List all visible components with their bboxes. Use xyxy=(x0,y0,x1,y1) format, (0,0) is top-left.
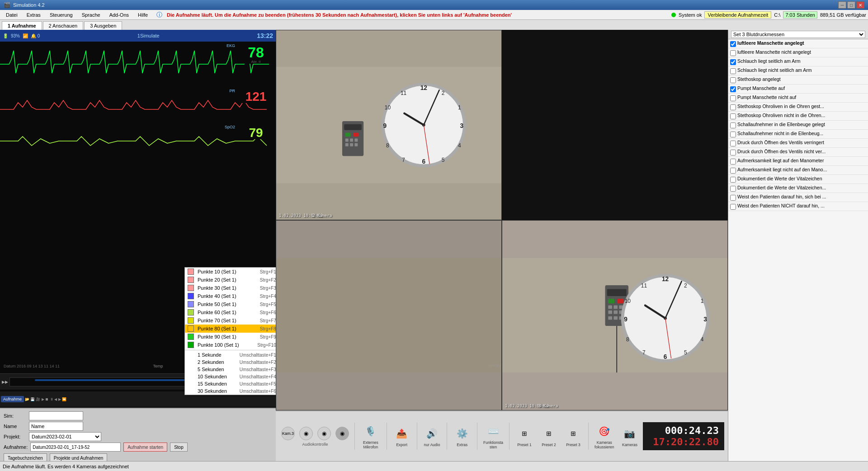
ctx-item-10[interactable]: Punkte 10 (Set 1) Strg+F1 xyxy=(185,268,276,276)
tab-ausgeben[interactable]: 3 Ausgeben xyxy=(84,21,122,30)
stop-btn[interactable]: Stop xyxy=(170,443,188,452)
checkbox-14[interactable] xyxy=(730,168,736,174)
ctx-color-70 xyxy=(188,317,194,324)
ctx-item-10sek[interactable]: 10 Sekunden Umschalttaste+F4 xyxy=(185,373,276,380)
menu-datei[interactable]: Datei xyxy=(2,11,22,19)
item-text-4: Stethoskop angelegt xyxy=(737,76,781,83)
checkbox-18[interactable] xyxy=(730,204,736,210)
ctx-color-60 xyxy=(188,309,194,316)
close-button[interactable]: ✕ xyxy=(856,1,864,9)
kameras-btn[interactable]: 📷 Kameras xyxy=(618,424,641,448)
projekte-btn[interactable]: Projekte und Aufnahmen xyxy=(50,453,108,461)
checkbox-11[interactable] xyxy=(730,141,736,146)
minimize-button[interactable]: ─ xyxy=(838,1,846,9)
sim-input[interactable] xyxy=(29,411,83,420)
svg-text:some text: some text xyxy=(488,364,501,367)
checkbox-16[interactable] xyxy=(730,186,736,192)
svg-text:1: 1 xyxy=(458,104,461,111)
set-selector[interactable]: Set 3 Blutdruckmessen xyxy=(731,31,865,38)
menu-hilfe[interactable]: Hilfe xyxy=(134,11,152,19)
checkbox-13[interactable] xyxy=(730,159,736,165)
ctx-label-90: Punkte 90 (Set 1) xyxy=(198,334,236,339)
ctx-item-5sek[interactable]: 5 Sekunden Umschalttaste+F3 xyxy=(185,366,276,373)
ctx-color-40 xyxy=(188,293,194,299)
ctx-label-30: Punkte 30 (Set 1) xyxy=(198,285,236,291)
svg-text:4: 4 xyxy=(701,336,704,343)
ctx-item-20[interactable]: Punkte 20 (Set 1) Strg+F2 xyxy=(185,276,276,284)
menu-addons[interactable]: Add-Ons xyxy=(105,11,133,19)
checkbox-8[interactable] xyxy=(730,113,736,119)
menu-sprache[interactable]: Sprache xyxy=(78,11,104,19)
preset1-btn[interactable]: ⊞ Preset 1 xyxy=(513,424,536,448)
checkbox-6[interactable] xyxy=(730,95,736,101)
preset2-btn[interactable]: ⊞ Preset 2 xyxy=(538,424,560,448)
funktionstasten-btn[interactable]: ⌨️ Funktionstasten xyxy=(481,422,505,451)
ctx-label-20: Punkte 20 (Set 1) xyxy=(198,277,236,283)
tab-aufnahme[interactable]: 1 Aufnahme xyxy=(2,21,42,30)
maximize-button[interactable]: □ xyxy=(847,1,855,9)
ecg-label: EKG xyxy=(226,43,235,48)
ctx-item-1sek[interactable]: 1 Sekunde Umschalttaste+F1 xyxy=(185,351,276,358)
checkbox-0[interactable] xyxy=(730,41,736,47)
ctx-item-100[interactable]: Punkte 100 (Set 1) Strg+F10 xyxy=(185,341,276,349)
sep6 xyxy=(509,423,509,450)
sim-name: 1Simulate xyxy=(137,33,160,38)
name-input[interactable] xyxy=(29,422,83,431)
ctx-label-50: Punkte 50 (Set 1) xyxy=(198,301,236,307)
aufnahme-starten-btn[interactable]: Aufnahme starten xyxy=(123,443,167,452)
nur-audio-btn[interactable]: 🔊 nur Audio xyxy=(420,424,443,448)
svg-text:5: 5 xyxy=(684,349,687,356)
checkbox-10[interactable] xyxy=(730,132,736,137)
ctx-item-30[interactable]: Punkte 30 (Set 1) Strg+F3 xyxy=(185,284,276,292)
status-text: Die Aufnahme läuft. Es werden 4 Kameras … xyxy=(3,464,129,469)
checkbox-17[interactable] xyxy=(730,195,736,201)
checkbox-15[interactable] xyxy=(730,177,736,183)
ctx-item-70[interactable]: Punkte 70 (Set 1) Strg+F7 xyxy=(185,316,276,325)
kameras-label: Kameras xyxy=(622,443,637,447)
checkbox-7[interactable] xyxy=(730,104,736,110)
tagebuch-btn[interactable]: Tagebuchzeichen xyxy=(4,453,47,461)
aufnahme-mini-btn[interactable]: Aufnahme xyxy=(1,396,24,402)
checkbox-4[interactable] xyxy=(730,77,736,83)
sim-label: Sim: xyxy=(4,413,26,419)
ctx-shortcut-70: Strg+F7 xyxy=(251,318,276,323)
ecg-abr: Abr. II xyxy=(238,60,274,64)
checklist-item-4: Stethoskop angelegt xyxy=(728,75,868,85)
cam-circle-2[interactable]: ◉ xyxy=(316,426,333,441)
svg-rect-40 xyxy=(613,311,618,314)
ctx-item-90[interactable]: Punkte 90 (Set 1) Strg+F9 xyxy=(185,333,276,341)
battery-icon: 🔋 xyxy=(3,33,8,38)
kameras-fokussieren-btn[interactable]: 🎯 Kameras fokussieren xyxy=(592,422,617,451)
cam3-button[interactable]: Kam.3 xyxy=(279,426,297,441)
cam-circle-3[interactable]: ◉ xyxy=(334,426,351,441)
ctx-item-80[interactable]: Punkte 80 (Set 1) Strg+F8 xyxy=(185,325,276,333)
ctx-item-60[interactable]: Punkte 60 (Set 1) Strg+F6 xyxy=(185,308,276,316)
cam-circle-1[interactable]: ◉ xyxy=(297,426,315,441)
ctx-item-50[interactable]: Punkte 50 (Set 1) Strg+F5 xyxy=(185,300,276,308)
checkbox-12[interactable] xyxy=(730,150,736,155)
checkbox-9[interactable] xyxy=(730,122,736,128)
item-text-3: Schlauch liegt nicht seitlich am Arm xyxy=(737,67,812,74)
ctx-item-15sek[interactable]: 15 Sekunden Umschalttaste+F5 xyxy=(185,380,276,387)
ctx-item-30sek[interactable]: 30 Sekunden Umschalttaste+F6 xyxy=(185,387,276,395)
projekt-select[interactable]: Datum2023-02-01 xyxy=(29,432,101,441)
preset1-label: Preset 1 xyxy=(517,443,532,447)
ctx-shortcut-30sek: Umschalttaste+F6 xyxy=(231,389,276,394)
checkbox-3[interactable] xyxy=(730,68,736,74)
tab-anschauen[interactable]: 2 Anschauen xyxy=(43,21,84,30)
item-text-1: luftleere Manschette nicht angelegt xyxy=(737,49,811,56)
checkbox-2[interactable] xyxy=(730,59,736,65)
ctx-item-40[interactable]: Punkte 40 (Set 1) Strg+F4 xyxy=(185,292,276,300)
checkbox-1[interactable] xyxy=(730,50,736,56)
menu-steuerung[interactable]: Steuerung xyxy=(46,11,77,19)
preset3-btn[interactable]: ⊞ Preset 3 xyxy=(562,424,585,448)
aufnahme-row: Aufnahme: Datum2023-02-01_17-19-52 Aufna… xyxy=(4,443,272,452)
menu-extras[interactable]: Extras xyxy=(23,11,45,19)
ctx-color-10 xyxy=(188,268,194,275)
externes-mikrofon-btn[interactable]: 🎙️ Externes Mikrofon xyxy=(359,422,383,451)
ctx-item-2sek[interactable]: 2 Sekunden Umschalttaste+F2 xyxy=(185,358,276,366)
extras-btn[interactable]: ⚙️ Extras xyxy=(451,424,473,448)
kameras-icon: 📷 xyxy=(622,425,638,442)
export-btn[interactable]: 📤 Export xyxy=(391,424,413,448)
checkbox-5[interactable] xyxy=(730,86,736,92)
